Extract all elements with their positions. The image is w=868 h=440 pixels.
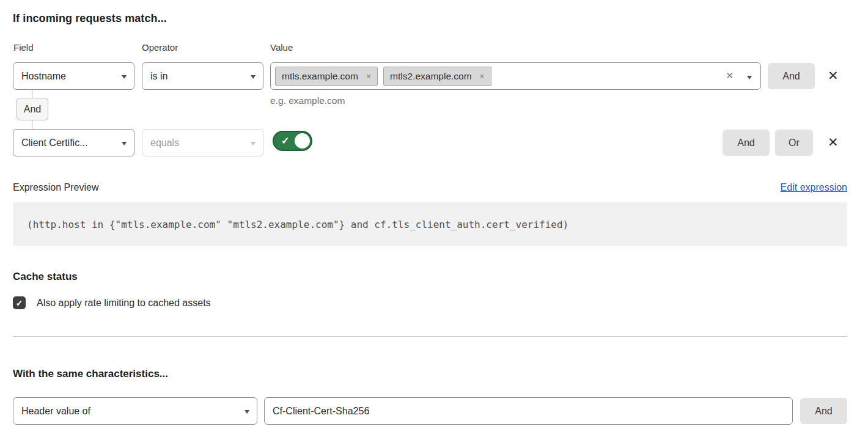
value-tag-text: mtls2.example.com: [390, 71, 472, 82]
value-column-label: Value: [270, 42, 293, 53]
header-name-input[interactable]: [264, 397, 793, 425]
check-icon: ✓: [281, 135, 289, 147]
chevron-down-icon[interactable]: ▾: [747, 73, 752, 81]
characteristic-select-value: Header value of: [21, 406, 90, 417]
cache-checkbox[interactable]: ✓: [13, 296, 26, 309]
characteristic-select[interactable]: Header value of ▾: [13, 397, 257, 425]
match-section-title: If incoming requests match...: [13, 12, 167, 25]
and-button-row2[interactable]: And: [723, 130, 770, 156]
operator-select-row1[interactable]: is in ▾: [142, 62, 263, 90]
field-select-row1-value: Hostname: [21, 71, 66, 82]
and-button-row1[interactable]: And: [768, 63, 815, 89]
connector-line: [32, 120, 32, 129]
field-select-row2-value: Client Certific...: [21, 138, 87, 148]
operator-select-row1-value: is in: [150, 71, 167, 82]
rule-builder: If incoming requests match... Field Oper…: [0, 0, 868, 440]
tag-remove-icon[interactable]: ×: [480, 72, 485, 81]
clear-values-icon[interactable]: ✕: [726, 70, 734, 81]
cert-verified-toggle[interactable]: ✓: [273, 131, 312, 151]
remove-row1-icon[interactable]: ✕: [828, 69, 839, 82]
section-divider: [13, 336, 847, 337]
value-tag: mtls.example.com ×: [275, 67, 378, 86]
toggle-knob: [295, 133, 310, 148]
chevron-down-icon: ▾: [122, 139, 127, 147]
connector-line: [32, 90, 32, 98]
field-select-row2[interactable]: Client Certific... ▾: [13, 129, 134, 156]
cache-checkbox-label: Also apply rate limiting to cached asset…: [37, 298, 211, 309]
chevron-down-icon: ▾: [245, 407, 249, 416]
expression-code: (http.host in {"mtls.example.com" "mtls2…: [27, 219, 568, 230]
check-icon: ✓: [16, 298, 23, 308]
value-helper-text: e.g. example.com: [270, 95, 345, 106]
characteristics-title: With the same characteristics...: [13, 368, 168, 380]
value-tag: mtls2.example.com ×: [383, 67, 491, 86]
operator-column-label: Operator: [142, 42, 178, 53]
expression-preview-label: Expression Preview: [13, 182, 99, 193]
field-column-label: Field: [13, 42, 34, 53]
and-button-characteristics[interactable]: And: [800, 398, 847, 424]
chevron-down-icon: ▾: [251, 139, 256, 147]
expression-code-block: (http.host in {"mtls.example.com" "mtls2…: [13, 202, 847, 246]
value-multiselect[interactable]: mtls.example.com × mtls2.example.com × ✕…: [270, 62, 761, 90]
connector-and-button[interactable]: And: [17, 98, 48, 120]
value-tag-text: mtls.example.com: [282, 71, 358, 82]
tag-remove-icon[interactable]: ×: [366, 72, 371, 81]
or-button-row2[interactable]: Or: [775, 130, 813, 156]
operator-select-row2: equals ▾: [142, 129, 263, 156]
chevron-down-icon: ▾: [251, 72, 256, 81]
edit-expression-link[interactable]: Edit expression: [781, 182, 847, 193]
field-select-row1[interactable]: Hostname ▾: [13, 62, 134, 90]
cache-status-title: Cache status: [13, 271, 78, 283]
chevron-down-icon: ▾: [122, 72, 127, 81]
remove-row2-icon[interactable]: ✕: [828, 136, 839, 148]
operator-select-row2-value: equals: [150, 138, 179, 148]
